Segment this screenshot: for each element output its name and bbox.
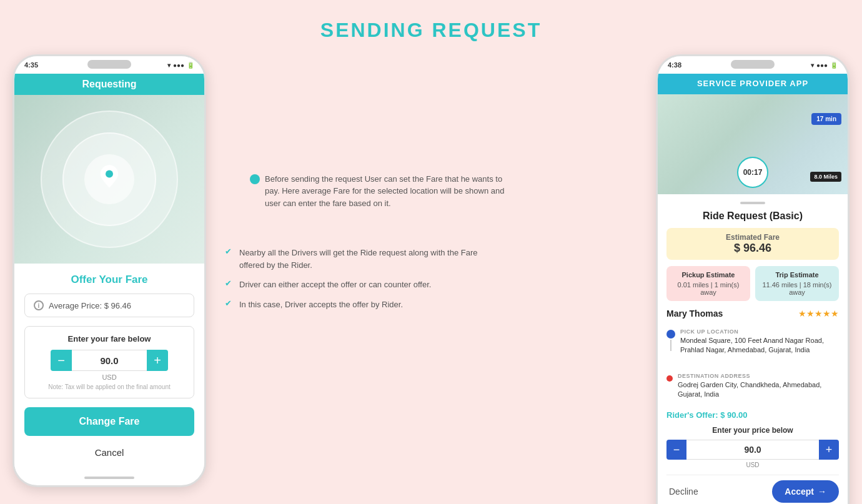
left-home-bar	[14, 473, 204, 485]
main-layout: 4:35 ▾ ●●● 🔋 Requesting Offer Your Fare	[0, 54, 862, 504]
left-phone-bottom: Offer Your Fare i Average Price: $ 96.46…	[14, 264, 204, 473]
fare-currency: USD	[32, 373, 186, 381]
annotation-bottom: ✔ Nearby all the Drivers will get the Ri…	[225, 247, 487, 310]
provider-header: SERVICE PROVIDER APP	[658, 74, 848, 94]
driver-row: Mary Thomas ★★★★★	[666, 309, 839, 319]
offer-title: Offer Your Fare	[24, 274, 194, 286]
left-map	[14, 95, 204, 264]
annotation-dot-top	[250, 174, 260, 184]
annotation-bottom-row1: ✔ Nearby all the Drivers will get the Ri…	[225, 247, 487, 271]
annotation-bottom-text1: Nearby all the Drivers will get the Ride…	[239, 247, 487, 271]
pickup-est-value: 0.01 miles | 1 min(s) away	[673, 281, 744, 296]
ride-title: Ride Request (Basic)	[666, 210, 839, 222]
notch-pill	[87, 60, 131, 69]
accept-button[interactable]: Accept →	[772, 480, 839, 503]
drag-handle	[740, 202, 765, 204]
distance-badge: 8.0 Miles	[810, 172, 841, 182]
destination-label: DESTINATION ADDRESS	[678, 373, 839, 379]
avg-price-box: i Average Price: $ 96.46	[24, 294, 194, 317]
price-currency: USD	[666, 462, 839, 468]
estimated-fare-value: $ 96.46	[674, 242, 831, 255]
riders-offer: Rider's Offer: $ 90.00	[666, 410, 839, 420]
fare-stepper: − 90.0 +	[32, 350, 186, 371]
right-notch-pill	[731, 60, 775, 69]
right-battery-icon: 🔋	[830, 62, 838, 69]
left-map-header: Requesting	[14, 74, 204, 95]
right-signal-icon: ●●●	[816, 62, 828, 69]
home-bar-line	[84, 477, 134, 479]
tax-note: Note: Tax will be applied on the final a…	[32, 383, 186, 390]
decline-button[interactable]: Decline	[666, 482, 767, 502]
fare-minus-button[interactable]: −	[51, 350, 72, 371]
driver-name: Mary Thomas	[666, 309, 723, 319]
check-icon-1: ✔	[225, 247, 232, 256]
info-icon: i	[34, 300, 44, 310]
check-icon-3: ✔	[225, 299, 232, 308]
pickup-location-label: PICK UP LOCATION	[680, 329, 839, 335]
annotation-bottom-row2: ✔ Driver can either accept the offer or …	[225, 279, 487, 291]
action-row: Decline Accept →	[666, 475, 839, 504]
left-status-bar: 4:35 ▾ ●●● 🔋	[14, 56, 204, 74]
pickup-location-icon	[666, 330, 675, 338]
destination-address-row: DESTINATION ADDRESS Godrej Garden City, …	[666, 369, 839, 403]
destination-address-text: Godrej Garden City, Chandkheda, Ahmedaba…	[678, 380, 839, 400]
fare-input-label: Enter your fare below	[32, 334, 186, 343]
accept-label: Accept	[785, 487, 814, 497]
avg-price-text: Average Price: $ 96.46	[49, 301, 131, 310]
price-minus-button[interactable]: −	[666, 440, 686, 460]
pickup-est-title: Pickup Estimate	[673, 271, 744, 279]
right-map: 17 min 8.0 Miles 00:17	[658, 94, 848, 194]
annotation-top: Before sending the request User can set …	[250, 173, 512, 210]
right-status-bar: 4:38 ▾ ●●● 🔋	[658, 56, 848, 74]
annotation-bottom-text3: In this case, Driver accepts the offer b…	[239, 299, 403, 311]
annotation-top-text: Before sending the request User can set …	[265, 173, 512, 210]
fare-input-section: Enter your fare below − 90.0 + USD Note:…	[24, 326, 194, 398]
svg-point-1	[106, 170, 113, 178]
annotation-bottom-row3: ✔ In this case, Driver accepts the offer…	[225, 299, 487, 311]
trip-estimate-box: Trip Estimate 11.46 miles | 18 min(s) aw…	[755, 266, 839, 301]
check-icon-2: ✔	[225, 279, 232, 288]
cancel-button[interactable]: Cancel	[24, 442, 194, 463]
price-input-label: Enter your price below	[666, 426, 839, 435]
address-block: PICK UP LOCATION Mondeal Square, 100 Fee…	[666, 325, 839, 403]
battery-icon: 🔋	[187, 62, 194, 69]
signal-icon: ●●●	[173, 62, 184, 69]
estimated-fare-label: Estimated Fare	[674, 233, 831, 242]
left-phone: 4:35 ▾ ●●● 🔋 Requesting Offer Your Fare	[12, 54, 206, 487]
status-icons: ▾ ●●● 🔋	[167, 62, 194, 69]
pickup-estimate-box: Pickup Estimate 0.01 miles | 1 min(s) aw…	[666, 266, 750, 301]
estimated-fare-box: Estimated Fare $ 96.46	[666, 228, 839, 260]
fare-value: 90.0	[72, 350, 147, 371]
right-content: Ride Request (Basic) Estimated Fare $ 96…	[658, 194, 848, 504]
price-value: 90.0	[686, 440, 819, 460]
driver-stars: ★★★★★	[798, 309, 839, 319]
estimates-row: Pickup Estimate 0.01 miles | 1 min(s) aw…	[666, 266, 839, 301]
annotation-top-row: Before sending the request User can set …	[250, 173, 512, 210]
accept-arrow-icon: →	[818, 487, 826, 497]
page-title: SENDING REQUEST	[0, 0, 862, 54]
pickup-address-text: Mondeal Square, 100 Feet Anand Nagar Roa…	[680, 336, 839, 355]
change-fare-button[interactable]: Change Fare	[24, 407, 194, 436]
pickup-address-row: PICK UP LOCATION Mondeal Square, 100 Fee…	[666, 325, 839, 359]
fare-plus-button[interactable]: +	[147, 350, 168, 371]
route-time-badge: 17 min	[811, 113, 841, 125]
middle-annotations: Before sending the request User can set …	[206, 54, 656, 429]
annotation-bottom-text2: Driver can either accept the offer or ca…	[239, 279, 431, 291]
left-time: 4:35	[24, 61, 38, 69]
timer-badge: 00:17	[737, 157, 768, 188]
map-pin	[96, 163, 123, 190]
right-time: 4:38	[668, 61, 681, 69]
price-input-section: Enter your price below − 90.0 + USD	[666, 426, 839, 468]
right-phone: 4:38 ▾ ●●● 🔋 SERVICE PROVIDER APP 17 min…	[656, 54, 850, 504]
wifi-icon: ▾	[167, 62, 171, 69]
right-wifi-icon: ▾	[811, 62, 814, 69]
destination-location-icon	[666, 375, 673, 382]
price-plus-button[interactable]: +	[819, 440, 839, 460]
trip-est-value: 11.46 miles | 18 min(s) away	[761, 281, 833, 296]
right-status-icons: ▾ ●●● 🔋	[811, 62, 838, 69]
trip-est-title: Trip Estimate	[761, 271, 833, 279]
price-stepper: − 90.0 +	[666, 440, 839, 460]
